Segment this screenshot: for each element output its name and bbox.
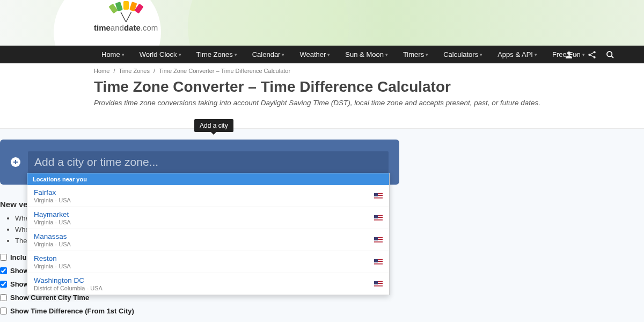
dropdown-item[interactable]: Manassas Virginia - USA	[27, 229, 389, 251]
nav-weather[interactable]: Weather▾	[292, 46, 338, 63]
dropdown-header: Locations near you	[27, 173, 389, 185]
dropdown-city: Manassas	[34, 232, 71, 240]
add-city-button[interactable]	[11, 157, 20, 167]
site-logo[interactable]: ╲╱ timeanddate.com	[94, 4, 158, 32]
checkbox-current-city-time[interactable]	[0, 294, 7, 301]
dropdown-region: Virginia - USA	[34, 219, 71, 225]
checkbox-show2[interactable]	[0, 281, 7, 288]
svg-point-0	[567, 52, 570, 55]
chevron-down-icon: ▾	[426, 52, 428, 57]
logo-clock-icon: ╲╱	[94, 12, 158, 22]
chevron-down-icon: ▾	[575, 52, 578, 57]
nav-calendar[interactable]: Calendar▾	[245, 46, 292, 63]
flag-usa-icon	[374, 259, 383, 265]
dropdown-city: Haymarket	[34, 210, 71, 218]
dropdown-city: Washington DC	[34, 276, 103, 284]
nav-world-clock[interactable]: World Clock▾	[132, 46, 189, 63]
dropdown-region: Virginia - USA	[34, 263, 71, 269]
chevron-down-icon: ▾	[535, 52, 537, 57]
chevron-down-icon: ▾	[122, 52, 125, 57]
nav-timers[interactable]: Timers▾	[396, 46, 436, 63]
city-search-input[interactable]	[28, 151, 389, 173]
checkbox-label[interactable]: Show Time Difference (From 1st City)	[10, 307, 134, 315]
nav-apps-api[interactable]: Apps & API▾	[490, 46, 545, 63]
breadcrumb-home[interactable]: Home	[94, 68, 109, 74]
chevron-down-icon: ▾	[385, 52, 388, 57]
dropdown-item[interactable]: Haymarket Virginia - USA	[27, 207, 389, 229]
chevron-down-icon: ▾	[235, 52, 237, 57]
dropdown-region: Virginia - USA	[34, 241, 71, 247]
nav-calculators[interactable]: Calculators▾	[436, 46, 490, 63]
checkbox-label[interactable]: Inclu	[10, 253, 26, 261]
breadcrumb: Home / Time Zones / Time Zone Converter …	[0, 63, 644, 78]
chevron-down-icon: ▾	[282, 52, 284, 57]
dropdown-city: Fairfax	[34, 188, 71, 196]
page-title: Time Zone Converter – Time Difference Ca…	[94, 78, 550, 96]
checkbox-label[interactable]: Show	[10, 267, 29, 275]
dropdown-item[interactable]: Reston Virginia - USA	[27, 251, 389, 273]
main-nav: Home▾ World Clock▾ Time Zones▾ Calendar▾…	[0, 46, 644, 63]
nav-home[interactable]: Home▾	[94, 46, 132, 63]
flag-usa-icon	[374, 281, 383, 287]
checkbox-label[interactable]: Show	[10, 280, 29, 288]
chevron-down-icon: ▾	[327, 52, 330, 57]
logo-text: timeanddate.com	[94, 23, 158, 32]
page-subtitle: Provides time zone conversions taking in…	[94, 99, 550, 107]
nav-sun-moon[interactable]: Sun & Moon▾	[338, 46, 396, 63]
chevron-down-icon: ▾	[480, 52, 482, 57]
breadcrumb-timezones[interactable]: Time Zones	[119, 68, 150, 74]
checkbox-include[interactable]	[0, 254, 7, 261]
dropdown-region: Virginia - USA	[34, 197, 71, 203]
svg-point-4	[607, 52, 612, 56]
checkbox-show1[interactable]	[0, 267, 7, 274]
search-icon[interactable]	[606, 50, 614, 59]
header-banner: ╲╱ timeanddate.com	[0, 0, 644, 46]
flag-usa-icon	[374, 215, 383, 221]
converter-panel: Locations near you Fairfax Virginia - US…	[0, 140, 399, 185]
location-dropdown: Locations near you Fairfax Virginia - US…	[27, 173, 390, 295]
dropdown-item[interactable]: Fairfax Virginia - USA	[27, 185, 389, 207]
checkbox-time-difference[interactable]	[0, 308, 7, 314]
dropdown-city: Reston	[34, 254, 71, 262]
flag-usa-icon	[374, 193, 383, 199]
share-icon[interactable]	[588, 50, 596, 59]
chevron-down-icon: ▾	[179, 52, 181, 57]
dropdown-region: District of Columbia - USA	[34, 285, 103, 291]
dropdown-item[interactable]: Washington DC District of Columbia - USA	[27, 273, 389, 295]
add-city-tooltip: Add a city	[194, 119, 233, 132]
nav-time-zones[interactable]: Time Zones▾	[189, 46, 245, 63]
account-icon[interactable]: ▾	[564, 50, 578, 60]
flag-usa-icon	[374, 237, 383, 243]
breadcrumb-current: Time Zone Converter – Time Difference Ca…	[159, 68, 290, 74]
